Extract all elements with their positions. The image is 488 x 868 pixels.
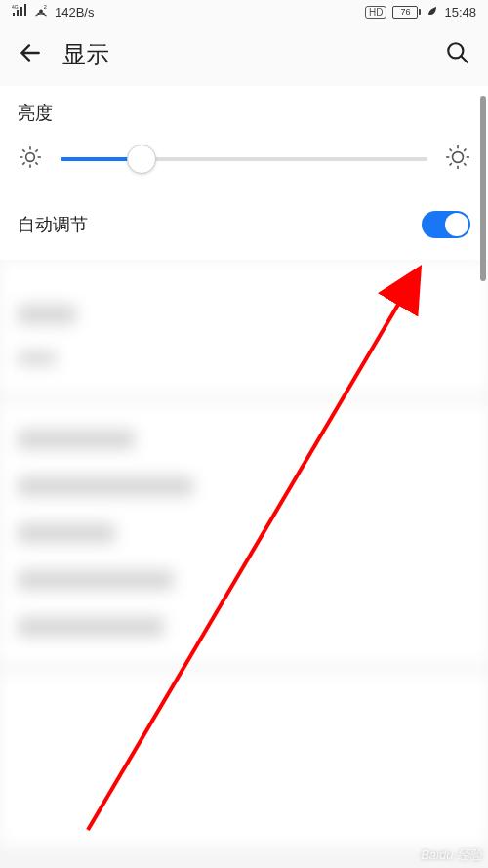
svg-text:2: 2: [44, 4, 47, 10]
leaf-icon: [427, 5, 438, 20]
svg-line-9: [22, 149, 24, 151]
sun-small-icon: [18, 145, 43, 174]
signal-icon: 4G: [12, 4, 27, 20]
scrollbar[interactable]: [480, 96, 486, 281]
app-header: 显示: [0, 23, 488, 86]
brightness-label: 亮度: [18, 102, 470, 125]
status-bar: 4G 2 142B/s HD 76 15:48: [0, 0, 488, 23]
auto-adjust-toggle[interactable]: [422, 211, 470, 238]
svg-line-19: [464, 163, 466, 165]
battery-icon: 76: [392, 6, 421, 19]
svg-text:4G: 4G: [12, 4, 19, 10]
svg-point-13: [453, 152, 464, 163]
hd-badge: HD: [365, 6, 386, 19]
slider-thumb[interactable]: [127, 145, 156, 174]
svg-point-4: [26, 153, 35, 162]
sun-large-icon: [445, 145, 470, 174]
network-speed: 142B/s: [55, 5, 94, 20]
back-button[interactable]: [18, 40, 43, 69]
brightness-section: 亮度: [0, 86, 488, 189]
svg-line-20: [450, 163, 452, 165]
svg-line-12: [35, 149, 37, 151]
svg-line-10: [35, 162, 37, 164]
svg-line-18: [450, 149, 452, 151]
auto-adjust-row[interactable]: 自动调节: [0, 189, 488, 260]
brightness-slider[interactable]: [61, 157, 427, 161]
watermark: Baidu 经验: [421, 847, 482, 864]
svg-line-21: [464, 149, 466, 151]
search-button[interactable]: [445, 40, 470, 69]
clock: 15:48: [444, 5, 476, 20]
blurred-content: [0, 260, 488, 846]
content-area: 亮度 自动调节: [0, 86, 488, 260]
page-title: 显示: [62, 39, 109, 70]
svg-line-11: [22, 162, 24, 164]
auto-adjust-label: 自动调节: [18, 213, 88, 236]
hotspot-icon: 2: [33, 4, 49, 20]
